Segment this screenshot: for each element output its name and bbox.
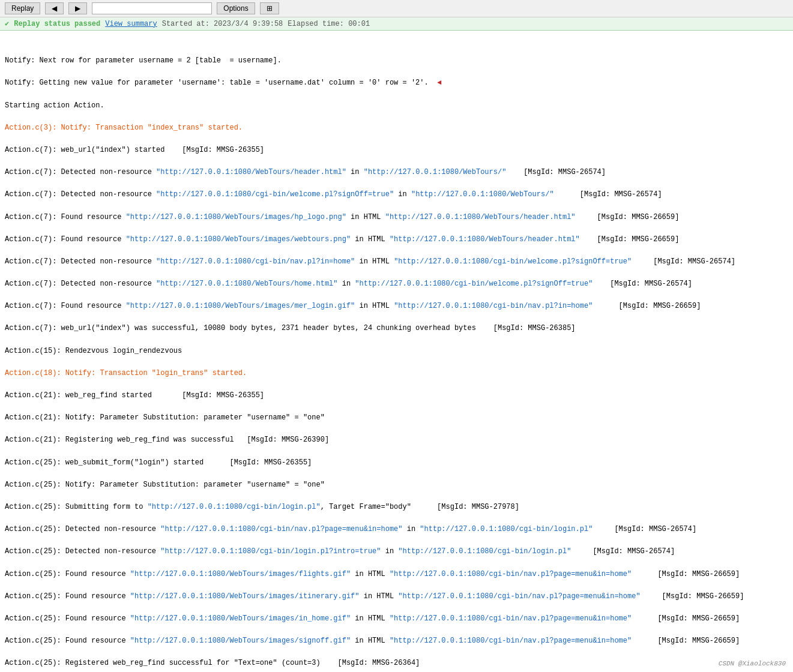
next-button[interactable]: ▶	[68, 2, 87, 14]
top-bar: Replay ◀ ▶ Options ⊞	[0, 0, 793, 17]
log-line: Action.c(7): Found resource "http://127.…	[5, 301, 788, 312]
log-line: Action.c(21): web_reg_find started [MsgI…	[5, 390, 788, 401]
log-line: Action.c(7): Found resource "http://127.…	[5, 234, 788, 245]
log-line: Action.c(25): Found resource "http://127…	[5, 591, 788, 602]
log-line: Action.c(25): Submitting form to "http:/…	[5, 502, 788, 513]
log-line: Action.c(7): Detected non-resource "http…	[5, 167, 788, 178]
log-line-orange: Action.c(3): Notify: Transaction "index_…	[5, 122, 788, 134]
log-line: Action.c(7): web_url("index") was succes…	[5, 323, 788, 334]
log-line: Notify: Getting new value for parameter …	[5, 77, 788, 89]
log-area: Notify: Next row for parameter username …	[0, 31, 793, 672]
log-line: Action.c(25): Found resource "http://127…	[5, 635, 788, 647]
log-line: Action.c(21): Registering web_reg_find w…	[5, 434, 788, 446]
log-line: Action.c(7): Detected non-resource "http…	[5, 189, 788, 200]
log-line: Action.c(7): Found resource "http://127.…	[5, 212, 788, 223]
watermark: CSDN @Xiaolock830	[719, 660, 786, 667]
replay-button[interactable]: Replay	[5, 2, 40, 14]
status-passed-text: Replay status passed	[14, 20, 100, 28]
log-line: Action.c(7): Detected non-resource "http…	[5, 256, 788, 268]
log-line: Action.c(21): Notify: Parameter Substitu…	[5, 412, 788, 424]
log-line: Action.c(25): Detected non-resource "htt…	[5, 524, 788, 535]
grid-icon-button[interactable]: ⊞	[260, 2, 279, 14]
view-summary-link[interactable]: View summary	[105, 20, 157, 28]
log-line: Starting action Action.	[5, 100, 788, 112]
log-line: Action.c(7): Detected non-resource "http…	[5, 278, 788, 290]
log-line: Action.c(25): Found resource "http://127…	[5, 569, 788, 580]
started-label: Started at: 2023/3/4 9:39:58	[162, 20, 283, 28]
log-line: Action.c(15): Rendezvous login_rendezvou…	[5, 346, 788, 357]
log-line: Action.c(25): Registered web_reg_find su…	[5, 658, 788, 669]
status-bar: ✔ Replay status passed View summary Star…	[0, 17, 793, 31]
log-line: Action.c(25): web_submit_form("login") s…	[5, 457, 788, 469]
check-icon: ✔	[5, 19, 9, 28]
search-input[interactable]	[92, 2, 212, 14]
log-line-orange: Action.c(18): Notify: Transaction "login…	[5, 368, 788, 379]
log-line: Notify: Next row for parameter username …	[5, 55, 788, 67]
options-button[interactable]: Options	[217, 2, 255, 14]
arrow-icon: ◄	[437, 79, 441, 87]
log-line: Action.c(25): Found resource "http://127…	[5, 613, 788, 625]
log-line: Action.c(25): Notify: Parameter Substitu…	[5, 479, 788, 491]
prev-button[interactable]: ◀	[45, 2, 64, 14]
log-line: Action.c(7): web_url("index") started [M…	[5, 145, 788, 156]
elapsed-label: Elapsed time: 00:01	[288, 20, 370, 28]
log-line: Action.c(25): Detected non-resource "htt…	[5, 546, 788, 557]
